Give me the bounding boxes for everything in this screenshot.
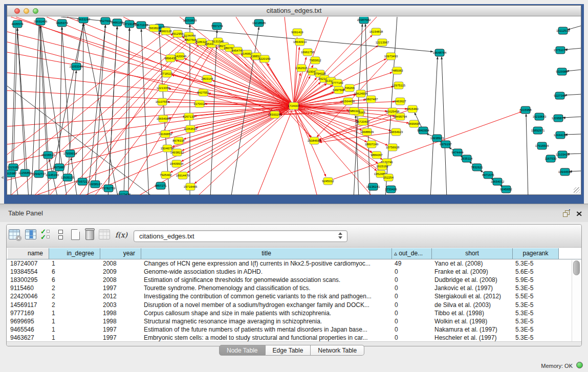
window-zoom-button[interactable] (33, 8, 38, 14)
graph-node[interactable]: 16961758 (301, 49, 315, 56)
graph-node[interactable]: 12975115 (392, 82, 406, 89)
vertical-scrollbar[interactable] (572, 260, 581, 342)
graph-node[interactable]: 21564456 (341, 98, 355, 105)
graph-node[interactable]: 746266 (344, 84, 355, 92)
graph-node[interactable]: 8220159 (258, 55, 271, 62)
graph-node[interactable]: 8215958 (519, 106, 532, 114)
graph-node[interactable]: 18495794 (394, 113, 407, 120)
graph-node[interactable]: 12444158 (554, 132, 568, 139)
graph-node[interactable]: 2935114 (461, 155, 473, 162)
graph-node[interactable]: 15136141 (366, 183, 380, 190)
graph-node[interactable]: 1527602 (99, 17, 112, 25)
column-header-indegree[interactable]: in_degree (49, 248, 100, 259)
new-column-button[interactable] (71, 229, 80, 240)
graph-node[interactable]: 9463627 (394, 98, 406, 105)
graph-node[interactable]: 16782759 (102, 185, 116, 192)
graph-node[interactable]: 12095873 (552, 115, 565, 122)
window-close-button[interactable] (14, 8, 20, 14)
graph-node[interactable]: 19654923 (389, 128, 403, 136)
vertical-scrollbar-thumb[interactable] (573, 260, 580, 275)
graph-node[interactable]: 16648784 (433, 49, 447, 56)
graph-node[interactable]: 8678334 (172, 137, 185, 144)
graph-node[interactable]: 17916504 (535, 142, 549, 149)
graph-node[interactable]: 10688609 (360, 128, 374, 136)
column-header-short[interactable]: short (432, 248, 513, 259)
graph-node[interactable]: 9245012 (322, 178, 334, 185)
graph-node[interactable]: 2718117 (161, 70, 173, 77)
graph-node[interactable]: 9245652 (500, 186, 512, 193)
graph-node[interactable]: 9884067 (371, 151, 383, 159)
table-row[interactable]: 1456911722003Disruption of a novel membe… (7, 301, 572, 309)
graph-node[interactable]: 14938222 (170, 149, 184, 156)
table-row[interactable]: 911546021997Tourette syndrome. Phenomeno… (7, 284, 572, 292)
graph-node[interactable]: 13624554 (354, 90, 368, 97)
table-row[interactable]: 946554611997Estimation of the future num… (7, 325, 572, 334)
graph-node[interactable]: 16210643 (533, 113, 547, 120)
graph-node[interactable]: 15892971 (531, 127, 545, 134)
graph-node[interactable]: 19384554 (308, 137, 321, 144)
graph-node[interactable]: 3170012 (193, 100, 206, 107)
tab-edge-table[interactable]: Edge Table (266, 345, 311, 356)
splitter-arrow-icon[interactable] (1, 176, 4, 179)
graph-node[interactable]: 16958107 (89, 181, 102, 188)
graph-node[interactable]: 10944592 (558, 168, 572, 176)
close-panel-icon[interactable]: ✕ (576, 210, 582, 218)
graph-node[interactable]: 9474444 (451, 149, 464, 156)
graph-node[interactable]: 7663822 (148, 25, 160, 32)
graph-node[interactable]: 8267130 (183, 113, 195, 120)
graph-node[interactable]: 9605974 (56, 19, 68, 27)
graph-node[interactable]: 1362615 (295, 64, 308, 72)
graph-node[interactable]: 1724007 (288, 102, 300, 110)
network-window[interactable]: citations_edges.txt 44355742069140696059… (7, 5, 581, 195)
graph-node[interactable]: 2803144 (201, 75, 213, 82)
graph-node[interactable]: 1733426 (385, 186, 397, 193)
show-columns-button[interactable] (25, 229, 36, 239)
graph-node[interactable]: 15751074 (554, 47, 568, 54)
table-row[interactable]: 969969511998Structural magnetic resonanc… (7, 317, 572, 325)
graph-node[interactable]: 14671938 (135, 21, 148, 29)
window-minimize-button[interactable] (24, 8, 29, 14)
graph-node[interactable]: 7986322 (348, 107, 360, 115)
network-canvas[interactable]: 4435574206914069605974166532671527602646… (7, 17, 581, 195)
graph-node[interactable]: 8471676 (482, 171, 494, 179)
graph-node[interactable]: 15112519 (556, 27, 570, 34)
table-source-dropdown[interactable]: citations_edges.txt (134, 230, 347, 242)
select-rows-button[interactable]: ✓ ✓ (40, 229, 50, 240)
graph-node[interactable]: 16653267 (77, 17, 91, 23)
tab-network-table[interactable]: Network Table (311, 345, 364, 356)
import-table-button[interactable] (99, 229, 110, 239)
graph-node[interactable]: 9699695 (408, 120, 420, 127)
graph-node[interactable]: 20387682 (357, 17, 371, 24)
graph-node[interactable]: 19654985 (157, 115, 170, 122)
column-header-outde[interactable]: ▵ out_de... (392, 248, 432, 259)
table-row[interactable]: 1830029562008Estimation of significance … (7, 276, 572, 284)
graph-node[interactable]: 10807487 (364, 96, 378, 103)
graph-node[interactable]: 10973493 (384, 53, 398, 60)
tab-node-table[interactable]: Node Table (219, 345, 266, 356)
column-header-year[interactable]: year (100, 248, 141, 259)
table-row[interactable]: 946362711997Embryonic stem cells: a mode… (7, 334, 572, 342)
table-options-button[interactable] (9, 229, 20, 239)
graph-node[interactable]: 7832621 (471, 164, 483, 171)
graph-node[interactable]: 9857271 (155, 182, 167, 189)
graph-node[interactable]: 7955812 (309, 57, 321, 64)
network-window-titlebar[interactable]: citations_edges.txt (7, 6, 581, 16)
graph-node[interactable]: 19218586 (252, 19, 266, 27)
graph-node[interactable]: 15716465 (184, 183, 198, 190)
graph-node[interactable]: 9777169 (331, 79, 343, 86)
column-header-name[interactable]: name (8, 248, 49, 259)
graph-node[interactable]: 20691406 (34, 18, 48, 25)
graph-node[interactable]: 12103415 (556, 151, 570, 158)
table-row[interactable]: 977716911998Corpus callosum shape and si… (7, 309, 572, 317)
row-layout-button[interactable] (58, 230, 63, 241)
graph-node[interactable]: 16914479 (176, 172, 190, 179)
graph-node[interactable]: 9227349 (554, 92, 566, 99)
graph-node[interactable]: 10654012 (491, 178, 505, 185)
graph-node[interactable]: 7485063 (391, 67, 403, 74)
graph-node[interactable]: 9975887 (53, 164, 66, 171)
graph-node[interactable]: 9896439 (164, 55, 177, 62)
graph-node[interactable]: 7557274 (211, 23, 223, 30)
graph-node[interactable]: 12942737 (32, 170, 46, 178)
graph-node[interactable]: 21053346 (70, 63, 83, 70)
table-row[interactable]: 2242004622012Investigating the contribut… (7, 292, 572, 300)
